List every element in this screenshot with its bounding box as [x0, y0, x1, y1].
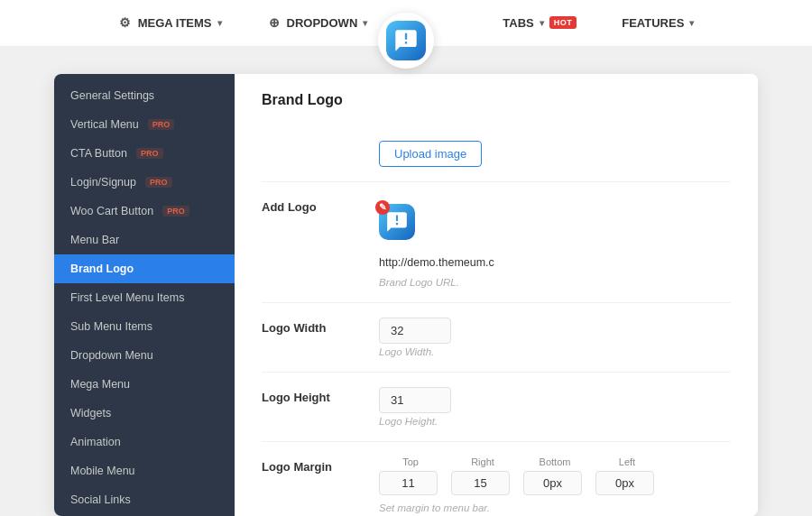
- sidebar-label-brand-logo: Brand Logo: [70, 263, 134, 275]
- sidebar-item-mega-menu[interactable]: Mega Menu: [54, 370, 235, 399]
- chevron-tabs: ▾: [540, 18, 544, 28]
- sidebar-item-menu-bar[interactable]: Menu Bar: [54, 226, 235, 254]
- form-row-logo-height: Logo Height Logo Height.: [262, 373, 731, 442]
- top-nav: ⚙ MEGA ITEMS ▾ ⊕ DROPDOWN ▾ TABS ▾ HOT F…: [0, 0, 812, 47]
- nav-label-features: FEATURES: [622, 16, 684, 30]
- sidebar-item-sub-menu-items[interactable]: Sub Menu Items: [54, 312, 235, 341]
- gear-icon: ⚙: [118, 15, 133, 30]
- sidebar-item-dropdown-menu[interactable]: Dropdown Menu: [54, 341, 235, 370]
- form-field-add-logo: ✎ http://demo.themeum.c Brand Logo URL.: [379, 197, 731, 288]
- badge-login-signup: PRO: [145, 177, 172, 188]
- sidebar-label-woo-cart-button: Woo Cart Button: [70, 205, 153, 217]
- logo-height-hint: Logo Height.: [379, 416, 731, 427]
- form-label-logo-width: Logo Width: [262, 318, 379, 335]
- sidebar: General Settings Vertical Menu PRO CTA B…: [54, 74, 235, 516]
- margin-bottom-label: Bottom: [523, 456, 586, 467]
- sidebar-item-cta-button[interactable]: CTA Button PRO: [54, 139, 235, 168]
- sidebar-item-mobile-menu[interactable]: Mobile Menu: [54, 456, 235, 485]
- sidebar-label-menu-bar: Menu Bar: [70, 234, 119, 246]
- form-row-add-logo: Add Logo ✎ http://demo.themeum.c Brand L…: [262, 182, 731, 303]
- logo-height-input[interactable]: [379, 387, 451, 413]
- form-label-logo-margin: Logo Margin: [262, 456, 379, 474]
- margin-bottom-input[interactable]: [523, 471, 582, 495]
- sidebar-label-mega-menu: Mega Menu: [70, 378, 130, 391]
- sidebar-label-login-signup: Login/Signup: [70, 176, 136, 189]
- margin-right-input[interactable]: [451, 471, 510, 495]
- hot-badge: HOT: [549, 16, 577, 29]
- sidebar-label-social-links: Social Links: [70, 493, 131, 506]
- nav-item-dropdown[interactable]: ⊕ DROPDOWN ▾: [258, 8, 377, 37]
- sidebar-label-dropdown-menu: Dropdown Menu: [70, 349, 153, 362]
- form-row-upload: Upload image: [262, 126, 731, 182]
- sidebar-label-animation: Animation: [70, 436, 121, 448]
- chevron-dropdown: ▾: [363, 18, 367, 28]
- sidebar-label-sub-menu-items: Sub Menu Items: [70, 320, 152, 333]
- form-field-upload: Upload image: [379, 141, 731, 167]
- form-label-add-logo: Add Logo: [262, 197, 379, 214]
- main-content: General Settings Vertical Menu PRO CTA B…: [54, 74, 758, 516]
- margin-left-input[interactable]: [595, 471, 654, 495]
- sidebar-label-first-level-menu-items: First Level Menu Items: [70, 291, 184, 304]
- margin-right-label: Right: [451, 456, 514, 467]
- nav-label-dropdown: DROPDOWN: [287, 16, 358, 30]
- form-field-logo-width: Logo Width.: [379, 318, 731, 357]
- margin-left-label: Left: [595, 456, 659, 467]
- logo-url-text: http://demo.themeum.c: [379, 256, 731, 269]
- logo-preview: ✎: [379, 204, 422, 247]
- panel-title: Brand Logo: [262, 92, 731, 108]
- margin-hint: Set margin to menu bar.: [379, 502, 731, 513]
- content-panel: Brand Logo Upload image Add Logo ✎: [235, 74, 758, 516]
- margin-col-right: Right: [451, 456, 514, 495]
- sidebar-item-first-level-menu-items[interactable]: First Level Menu Items: [54, 283, 235, 312]
- app-logo-icon: [393, 28, 419, 53]
- sidebar-item-vertical-menu[interactable]: Vertical Menu PRO: [54, 110, 235, 139]
- logo-preview-icon: [385, 210, 409, 234]
- margin-col-top: Top: [379, 456, 442, 495]
- margin-top-label: Top: [379, 456, 442, 467]
- badge-cta-button: PRO: [136, 148, 163, 159]
- app-logo: [378, 13, 434, 69]
- logo-width-input[interactable]: [379, 318, 451, 344]
- margin-col-left: Left: [595, 456, 659, 495]
- nav-item-mega-items[interactable]: ⚙ MEGA ITEMS ▾: [109, 8, 231, 37]
- sidebar-label-general-settings: General Settings: [70, 89, 154, 102]
- upload-image-button[interactable]: Upload image: [379, 141, 482, 167]
- form-row-logo-width: Logo Width Logo Width.: [262, 303, 731, 373]
- sidebar-label-widgets: Widgets: [70, 407, 111, 419]
- sidebar-item-general-settings[interactable]: General Settings: [54, 81, 235, 110]
- wordpress-icon: ⊕: [267, 15, 281, 30]
- logo-width-hint: Logo Width.: [379, 346, 731, 357]
- chevron-features: ▾: [689, 18, 694, 28]
- sidebar-item-login-signup[interactable]: Login/Signup PRO: [54, 168, 235, 197]
- nav-item-tabs[interactable]: TABS ▾ HOT: [494, 9, 586, 37]
- sidebar-label-cta-button: CTA Button: [70, 147, 127, 160]
- sidebar-item-widgets[interactable]: Widgets: [54, 399, 235, 428]
- sidebar-item-social-links[interactable]: Social Links: [54, 485, 235, 514]
- edit-badge: ✎: [375, 200, 390, 215]
- nav-item-features[interactable]: FEATURES ▾: [613, 9, 703, 37]
- margin-col-bottom: Bottom: [523, 456, 586, 495]
- nav-label-tabs: TABS: [503, 16, 533, 30]
- nav-label-mega-items: MEGA ITEMS: [138, 16, 212, 30]
- form-row-logo-margin: Logo Margin Top Right Bottom: [262, 442, 731, 516]
- form-field-logo-margin: Top Right Bottom Left: [379, 456, 731, 513]
- margin-grid: Top Right Bottom Left: [379, 456, 731, 495]
- badge-vertical-menu: PRO: [148, 119, 175, 130]
- form-label-upload: [262, 141, 379, 144]
- form-field-logo-height: Logo Height.: [379, 387, 731, 427]
- chevron-mega-items: ▾: [217, 18, 222, 28]
- sidebar-label-mobile-menu: Mobile Menu: [70, 465, 135, 477]
- margin-top-input[interactable]: [379, 471, 438, 495]
- logo-url-hint: Brand Logo URL.: [379, 277, 731, 288]
- sidebar-item-brand-logo[interactable]: Brand Logo: [54, 254, 235, 283]
- page-wrapper: ⚙ MEGA ITEMS ▾ ⊕ DROPDOWN ▾ TABS ▾ HOT F…: [0, 0, 812, 516]
- sidebar-item-woo-cart-button[interactable]: Woo Cart Button PRO: [54, 197, 235, 226]
- badge-woo-cart-button: PRO: [162, 206, 189, 217]
- sidebar-label-vertical-menu: Vertical Menu: [70, 118, 139, 131]
- logo-inner: [386, 21, 426, 60]
- form-label-logo-height: Logo Height: [262, 387, 379, 404]
- sidebar-item-animation[interactable]: Animation: [54, 428, 235, 456]
